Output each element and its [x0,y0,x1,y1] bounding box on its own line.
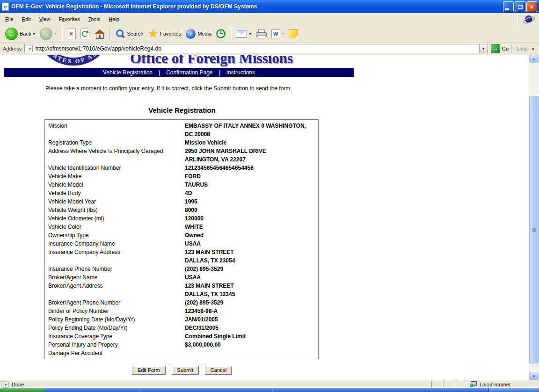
search-button[interactable]: Search [113,27,146,41]
security-zone-panel: Local intranet [468,381,538,388]
row-value: 8000 [185,206,315,214]
row-label: Policy Ending Date (Mo/Day/Yr) [48,324,185,332]
vertical-scrollbar[interactable]: ▴ ▾ [529,55,539,380]
row-label: Vehicle Color [48,223,185,231]
edit-with-word-button[interactable]: W ▾ [269,27,287,41]
table-row: Insurance Phone Number(202) 895-3529 [45,265,318,273]
site-title: Office of Foreign Missions [130,55,293,67]
row-value: 1995 [185,197,315,206]
forward-button[interactable]: → ▾ [37,27,59,41]
scroll-up-button[interactable]: ▴ [529,55,539,63]
cancel-button[interactable]: Cancel [205,366,232,375]
table-row: Personal Injury and Propery Damage Per A… [45,341,318,357]
status-spacer-panel [456,381,467,388]
browser-viewport: STATES OF AM Office of Foreign Missions … [0,55,539,380]
row-value: Owned [185,231,315,240]
row-label: Vehicle Weight (lbs) [48,206,185,214]
menu-favorites[interactable]: Favorites [54,15,84,23]
address-dropdown-button[interactable]: ▾ [479,44,488,53]
print-button[interactable] [254,27,269,41]
back-icon: ← [5,28,18,40]
close-button[interactable]: × [526,1,537,12]
go-label: Go [502,46,509,51]
standard-toolbar: ← Back ▾ → ▾ × Search ★ Favorites ♪ Medi… [0,25,539,43]
row-value: 123458-98-A [185,307,315,315]
row-label: Vehicle Identification Number [48,164,185,172]
row-label: Address Where Vehicle Is Principally Gar… [48,147,185,155]
window-title: OFM E-Gov: Vehicle Registration - Micros… [11,3,257,10]
favorites-button[interactable]: ★ Favorites [146,27,183,41]
menu-tools[interactable]: Tools [84,15,105,23]
minimize-button[interactable] [503,1,514,12]
status-bar: e Done Local intranet [0,380,539,388]
search-icon [116,29,125,39]
nav-link-confirmation-page[interactable]: Confirmation Page [166,69,212,76]
mail-button[interactable]: ▾ [233,27,254,41]
row-label: Broker/Agent Address [48,282,185,290]
stop-button[interactable]: × [65,27,78,41]
row-value: 123 MAIN STREET DALLAS, TX 12345 [185,282,315,298]
row-value: Mission Vehicle [185,138,315,147]
scrollbar-thumb[interactable] [529,96,539,363]
taskbar-segment [272,389,273,392]
menu-items: FileEditViewFavoritesToolsHelp [0,13,518,25]
web-page: STATES OF AM Office of Foreign Missions … [0,55,529,380]
history-button[interactable] [214,27,228,41]
table-row: Policy Ending Date (Mo/Day/Yr)DEC/31/200… [45,324,318,332]
table-row: Ownership TypeOwned [45,231,318,240]
search-label: Search [127,31,144,36]
table-row: Vehicle Model Year1995 [45,197,318,206]
row-value: EMBASSY OF ITALY ANNEX 0 WASHINGTON, DC … [185,122,315,138]
nav-separator: | [159,69,160,76]
row-label: Broker/Agent Phone Number [48,298,185,307]
links-bar[interactable]: Links » [511,44,538,53]
go-arrow-icon: → [491,44,500,53]
row-value: (202) 895-3529 [185,298,315,307]
row-value: FORD [185,172,315,181]
table-row: Vehicle Odometer (mi)120000 [45,214,318,223]
title-bar: e OFM E-Gov: Vehicle Registration - Micr… [0,0,539,13]
table-row: Policy Beginning Date (Mo/Day/Yr)JAN/01/… [45,315,318,324]
mail-dropdown-icon[interactable]: ▾ [249,31,251,36]
page-nav-bar: Vehicle Registration|Confirmation Page|I… [4,68,354,77]
menu-file[interactable]: File [1,15,18,23]
menu-edit[interactable]: Edit [18,15,35,23]
security-zone-label: Local intranet [480,382,510,387]
home-icon [94,29,105,39]
windows-taskbar[interactable] [0,388,539,392]
media-button[interactable]: ♪ Media [183,27,214,41]
nav-separator: | [219,69,220,76]
restore-button[interactable] [515,1,525,12]
refresh-button[interactable] [78,27,92,41]
start-button-sliver[interactable] [0,388,44,392]
edit-form-button[interactable]: Edit Form [132,366,166,375]
address-url[interactable]: http://ofmsntsorw1:7010/eGov/app/vehicle… [35,45,479,52]
messenger-button[interactable] [286,27,300,41]
status-spacer-panel [431,381,443,388]
row-label: Binder or Policy Number [48,307,185,315]
nav-link-instructions[interactable]: Instructions [226,69,255,76]
menu-view[interactable]: View [35,15,55,23]
home-button[interactable] [92,27,108,41]
table-row: Broker/Agent Address123 MAIN STREET DALL… [45,282,318,298]
back-dropdown-icon[interactable]: ▾ [33,31,35,36]
row-value: TAURUS [185,181,315,189]
confirmation-table: MissionEMBASSY OF ITALY ANNEX 0 WASHINGT… [44,119,319,359]
menu-help[interactable]: Help [104,15,124,23]
row-label: Insurance Company Name [48,240,185,248]
favorites-star-icon: ★ [148,29,158,38]
scroll-down-button[interactable]: ▾ [529,372,539,380]
row-label: Personal Injury and Propery Damage Per A… [48,341,185,357]
menu-bar: FileEditViewFavoritesToolsHelp [0,13,539,26]
links-chevron-icon[interactable]: » [532,46,534,51]
messenger-note-icon [289,29,298,38]
ofm-seal-icon: STATES OF AM [34,55,113,66]
restore-icon [518,5,523,9]
nav-link-vehicle-registration[interactable]: Vehicle Registration [103,69,153,76]
address-input[interactable]: e http://ofmsntsorw1:7010/eGov/app/vehic… [24,44,488,53]
go-button[interactable]: → Go [491,44,509,53]
submit-button[interactable]: Submit [172,366,199,375]
row-value: USAA [185,273,315,282]
row-value: WHITE [185,223,315,231]
back-button[interactable]: ← Back ▾ [3,27,37,41]
